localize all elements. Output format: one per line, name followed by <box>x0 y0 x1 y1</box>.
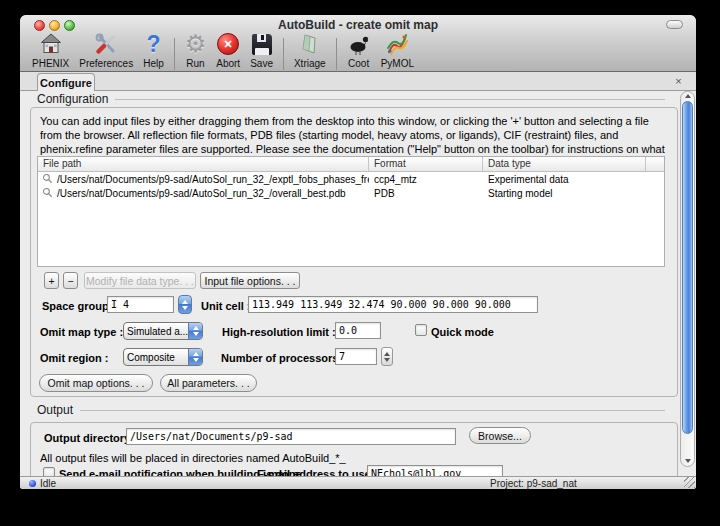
scrollbar-thumb[interactable] <box>682 101 693 434</box>
toolbar-separator <box>283 38 284 70</box>
toolbar: PHENIX Preferences ? Help ⚙ <box>20 35 696 72</box>
toolbar-button-run[interactable]: ⚙ Run <box>185 31 207 69</box>
toolbar-label: Run <box>186 58 204 69</box>
toolbar-label: Abort <box>216 58 240 69</box>
output-directories-note: All output files will be placed in direc… <box>40 452 346 464</box>
toolbar-button-pymol[interactable]: PyMOL <box>381 31 414 69</box>
section-divider-line <box>80 410 665 411</box>
xtriage-crystal-icon <box>298 31 322 57</box>
number-of-processors-spinner[interactable] <box>381 347 393 366</box>
remove-file-button[interactable]: − <box>63 272 78 289</box>
run-gear-icon: ⚙ <box>185 31 207 57</box>
window-chrome: AutoBuild - create omit map PHENIX <box>20 15 696 72</box>
table-row[interactable]: /Users/nat/Documents/p9-sad/AutoSol_run_… <box>38 172 664 186</box>
toolbar-label: Save <box>250 58 273 69</box>
toolbar-separator <box>336 38 337 70</box>
toolbar-label: Xtriage <box>294 58 326 69</box>
omit-region-dropdown[interactable]: Composite <box>123 348 203 366</box>
tab-configure[interactable]: Configure <box>37 73 95 91</box>
autobuild-window: AutoBuild - create omit map PHENIX <box>20 15 696 489</box>
toolbar-button-phenix[interactable]: PHENIX <box>32 31 69 69</box>
dropdown-stepper-icon <box>188 349 202 365</box>
table-header-spacer <box>646 157 664 171</box>
vertical-scrollbar[interactable] <box>680 91 695 467</box>
input-files-table[interactable]: File path Format Data type /Users/nat/Do… <box>37 156 665 267</box>
toolbar-button-help[interactable]: ? Help <box>143 31 164 69</box>
quick-mode-checkbox[interactable] <box>415 324 427 336</box>
dropdown-stepper-icon <box>188 323 202 339</box>
toolbar-label: Preferences <box>79 58 133 69</box>
coot-bird-icon <box>347 31 371 57</box>
toolbar-toggle-button[interactable] <box>666 20 683 29</box>
toolbar-label: PyMOL <box>381 58 414 69</box>
quick-mode-label: Quick mode <box>431 326 494 338</box>
resize-grip[interactable] <box>684 477 695 488</box>
output-directory-label: Output directory : <box>44 432 137 444</box>
status-bar: Idle Project: p9-sad_nat <box>20 476 696 489</box>
omit-map-type-value: Simulated a... <box>124 326 188 337</box>
data-type-cell: Starting model <box>483 188 646 199</box>
unit-cell-label: Unit cell : <box>201 300 251 312</box>
file-path-cell: /Users/nat/Documents/p9-sad/AutoSol_run_… <box>57 174 369 185</box>
add-file-button[interactable]: + <box>44 272 59 289</box>
section-divider-line <box>115 99 665 100</box>
column-header-format[interactable]: Format <box>369 157 483 171</box>
configure-panel-content: Configuration You can add input files by… <box>20 91 680 476</box>
file-path-cell: /Users/nat/Documents/p9-sad/AutoSol_run_… <box>57 188 346 199</box>
pymol-ribbon-icon <box>385 31 409 57</box>
number-of-processors-input[interactable] <box>335 348 377 365</box>
high-resolution-limit-label: High-resolution limit : <box>222 326 336 338</box>
phenix-home-icon <box>39 31 63 57</box>
format-cell: ccp4_mtz <box>369 174 483 185</box>
toolbar-button-coot[interactable]: Coot <box>347 31 371 69</box>
omit-map-options-button[interactable]: Omit map options. . . <box>39 374 153 392</box>
number-of-processors-label: Number of processors : <box>221 352 345 364</box>
scroll-up-icon[interactable] <box>681 94 694 98</box>
table-header-row: File path Format Data type <box>38 157 664 172</box>
omit-map-type-label: Omit map type : <box>40 326 123 338</box>
email-notification-checkbox[interactable] <box>43 467 55 476</box>
unit-cell-input[interactable] <box>248 296 538 313</box>
preferences-tools-icon <box>94 31 118 57</box>
omit-region-label: Omit region : <box>40 352 108 364</box>
high-resolution-limit-input[interactable] <box>335 322 381 339</box>
browse-button[interactable]: Browse... <box>469 427 531 444</box>
toolbar-button-abort[interactable]: ✕ Abort <box>216 31 240 69</box>
abort-icon: ✕ <box>217 31 239 57</box>
status-indicator-icon <box>29 480 36 487</box>
toolbar-separator <box>174 38 175 70</box>
close-tab-icon[interactable]: × <box>672 75 685 88</box>
toolbar-button-preferences[interactable]: Preferences <box>79 31 133 69</box>
toolbar-button-save[interactable]: Save <box>250 31 273 69</box>
output-section-title: Output <box>37 403 73 417</box>
email-address-label: E-mail address to use : <box>257 468 377 476</box>
toolbar-label: Coot <box>348 58 369 69</box>
magnifier-icon <box>42 173 53 186</box>
magnifier-icon <box>42 187 53 200</box>
email-address-input[interactable] <box>367 465 503 476</box>
omit-map-type-dropdown[interactable]: Simulated a... <box>123 322 203 340</box>
all-parameters-button[interactable]: All parameters. . . <box>160 374 257 392</box>
save-floppy-icon <box>252 31 272 57</box>
column-header-file-path[interactable]: File path <box>38 157 369 171</box>
output-section-header: Output <box>37 403 665 417</box>
toolbar-label: PHENIX <box>32 58 69 69</box>
toolbar-button-xtriage[interactable]: Xtriage <box>294 31 326 69</box>
space-group-label: Space group : <box>42 300 115 312</box>
tab-strip: Configure × <box>20 72 696 91</box>
table-row[interactable]: /Users/nat/Documents/p9-sad/AutoSol_run_… <box>38 186 664 200</box>
column-header-data-type[interactable]: Data type <box>483 157 646 171</box>
scroll-down-icon[interactable] <box>681 459 694 463</box>
toolbar-label: Help <box>143 58 164 69</box>
status-text: Idle <box>40 477 56 489</box>
output-directory-input[interactable] <box>126 428 456 445</box>
configuration-section-header: Configuration <box>37 92 665 106</box>
data-type-cell: Experimental data <box>483 174 646 185</box>
modify-file-data-type-button[interactable]: Modify file data type. . . <box>84 272 196 289</box>
configuration-section-title: Configuration <box>37 92 108 106</box>
space-group-input[interactable] <box>107 296 174 313</box>
space-group-stepper[interactable] <box>178 295 192 314</box>
input-file-options-button[interactable]: Input file options. . . <box>200 272 300 289</box>
omit-region-value: Composite <box>124 352 188 363</box>
format-cell: PDB <box>369 188 483 199</box>
